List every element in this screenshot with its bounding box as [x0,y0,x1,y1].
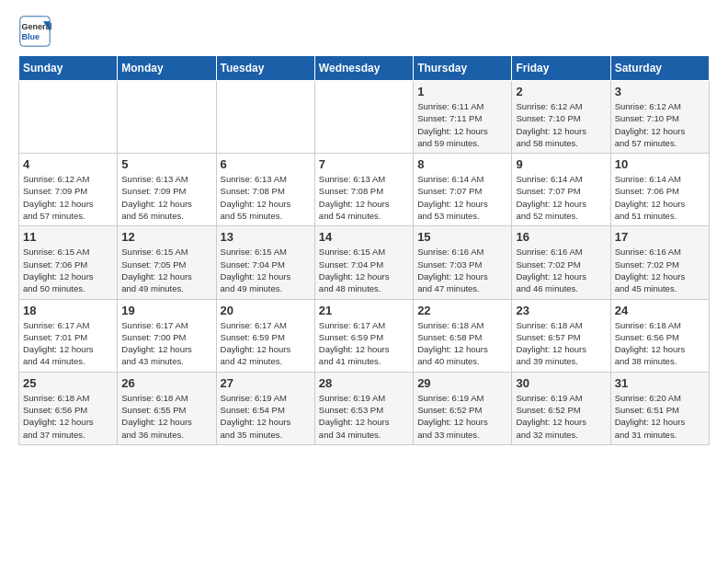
day-cell: 11Sunrise: 6:15 AM Sunset: 7:06 PM Dayli… [19,226,118,299]
day-info: Sunrise: 6:16 AM Sunset: 7:02 PM Dayligh… [516,246,606,294]
day-number: 1 [417,85,507,98]
day-number: 7 [319,157,409,171]
day-info: Sunrise: 6:12 AM Sunset: 7:10 PM Dayligh… [615,100,705,149]
day-number: 24 [615,304,705,317]
day-number: 21 [319,304,409,317]
day-cell: 30Sunrise: 6:19 AM Sunset: 6:52 PM Dayli… [512,372,610,444]
page: General Blue SundayMondayTuesdayWednesda… [0,0,728,454]
day-cell: 5Sunrise: 6:13 AM Sunset: 7:09 PM Daylig… [118,154,216,226]
day-info: Sunrise: 6:13 AM Sunset: 7:09 PM Dayligh… [121,173,211,222]
day-cell: 26Sunrise: 6:18 AM Sunset: 6:55 PM Dayli… [118,372,216,444]
day-cell: 6Sunrise: 6:13 AM Sunset: 7:08 PM Daylig… [216,154,314,226]
day-cell: 8Sunrise: 6:14 AM Sunset: 7:07 PM Daylig… [414,154,512,226]
day-info: Sunrise: 6:16 AM Sunset: 7:03 PM Dayligh… [417,246,507,294]
day-info: Sunrise: 6:17 AM Sunset: 6:59 PM Dayligh… [221,319,311,368]
day-info: Sunrise: 6:19 AM Sunset: 6:54 PM Dayligh… [221,392,311,441]
day-cell: 15Sunrise: 6:16 AM Sunset: 7:03 PM Dayli… [414,226,512,299]
header-day-tuesday: Tuesday [216,56,314,81]
day-info: Sunrise: 6:18 AM Sunset: 6:56 PM Dayligh… [23,392,113,441]
day-info: Sunrise: 6:12 AM Sunset: 7:10 PM Dayligh… [516,100,606,149]
day-cell: 18Sunrise: 6:17 AM Sunset: 7:01 PM Dayli… [19,299,118,372]
day-number: 28 [319,376,409,390]
day-info: Sunrise: 6:18 AM Sunset: 6:56 PM Dayligh… [615,319,705,368]
day-cell: 27Sunrise: 6:19 AM Sunset: 6:54 PM Dayli… [216,372,314,444]
calendar-table: SundayMondayTuesdayWednesdayThursdayFrid… [18,55,710,445]
day-number: 22 [417,304,507,317]
day-number: 17 [615,230,705,244]
header-row: SundayMondayTuesdayWednesdayThursdayFrid… [19,56,710,81]
day-info: Sunrise: 6:19 AM Sunset: 6:52 PM Dayligh… [516,392,606,441]
day-info: Sunrise: 6:12 AM Sunset: 7:09 PM Dayligh… [23,173,113,222]
day-info: Sunrise: 6:17 AM Sunset: 7:01 PM Dayligh… [23,319,113,368]
day-number: 30 [516,376,606,390]
day-info: Sunrise: 6:15 AM Sunset: 7:04 PM Dayligh… [221,246,311,294]
day-cell: 10Sunrise: 6:14 AM Sunset: 7:06 PM Dayli… [610,154,709,226]
week-row-0: 1Sunrise: 6:11 AM Sunset: 7:11 PM Daylig… [19,81,710,154]
day-number: 25 [23,376,113,390]
day-number: 26 [121,376,211,390]
day-number: 11 [23,230,113,244]
header: General Blue [18,15,710,48]
week-row-4: 25Sunrise: 6:18 AM Sunset: 6:56 PM Dayli… [19,372,710,444]
day-cell: 21Sunrise: 6:17 AM Sunset: 6:59 PM Dayli… [314,299,413,372]
day-number: 29 [417,376,507,390]
day-cell: 4Sunrise: 6:12 AM Sunset: 7:09 PM Daylig… [19,154,118,226]
day-number: 20 [221,304,311,317]
day-info: Sunrise: 6:16 AM Sunset: 7:02 PM Dayligh… [615,246,705,294]
day-cell: 3Sunrise: 6:12 AM Sunset: 7:10 PM Daylig… [610,81,709,154]
day-cell [314,81,413,154]
day-info: Sunrise: 6:15 AM Sunset: 7:06 PM Dayligh… [23,246,113,294]
day-number: 5 [121,157,211,171]
day-info: Sunrise: 6:20 AM Sunset: 6:51 PM Dayligh… [615,392,705,441]
header-day-wednesday: Wednesday [314,56,413,81]
day-number: 12 [121,230,211,244]
day-cell: 19Sunrise: 6:17 AM Sunset: 7:00 PM Dayli… [118,299,216,372]
day-number: 27 [221,376,311,390]
day-info: Sunrise: 6:13 AM Sunset: 7:08 PM Dayligh… [221,173,311,222]
day-cell [118,81,216,154]
week-row-3: 18Sunrise: 6:17 AM Sunset: 7:01 PM Dayli… [19,299,710,372]
header-day-thursday: Thursday [414,56,512,81]
day-info: Sunrise: 6:11 AM Sunset: 7:11 PM Dayligh… [417,100,507,149]
day-number: 23 [516,304,606,317]
day-cell: 22Sunrise: 6:18 AM Sunset: 6:58 PM Dayli… [414,299,512,372]
day-info: Sunrise: 6:18 AM Sunset: 6:58 PM Dayligh… [417,319,507,368]
day-info: Sunrise: 6:15 AM Sunset: 7:05 PM Dayligh… [121,246,211,294]
week-row-1: 4Sunrise: 6:12 AM Sunset: 7:09 PM Daylig… [19,154,710,226]
day-number: 9 [516,157,606,171]
day-cell: 28Sunrise: 6:19 AM Sunset: 6:53 PM Dayli… [314,372,413,444]
day-info: Sunrise: 6:19 AM Sunset: 6:53 PM Dayligh… [319,392,409,441]
day-cell: 24Sunrise: 6:18 AM Sunset: 6:56 PM Dayli… [610,299,709,372]
logo-area: General Blue [18,15,51,48]
day-cell: 25Sunrise: 6:18 AM Sunset: 6:56 PM Dayli… [19,372,118,444]
logo-icon: General Blue [18,15,51,48]
day-cell: 13Sunrise: 6:15 AM Sunset: 7:04 PM Dayli… [216,226,314,299]
week-row-2: 11Sunrise: 6:15 AM Sunset: 7:06 PM Dayli… [19,226,710,299]
day-info: Sunrise: 6:17 AM Sunset: 6:59 PM Dayligh… [319,319,409,368]
day-number: 15 [417,230,507,244]
day-info: Sunrise: 6:19 AM Sunset: 6:52 PM Dayligh… [417,392,507,441]
day-cell: 17Sunrise: 6:16 AM Sunset: 7:02 PM Dayli… [610,226,709,299]
day-info: Sunrise: 6:13 AM Sunset: 7:08 PM Dayligh… [319,173,409,222]
day-info: Sunrise: 6:17 AM Sunset: 7:00 PM Dayligh… [121,319,211,368]
header-day-saturday: Saturday [610,56,709,81]
day-number: 16 [516,230,606,244]
header-day-sunday: Sunday [19,56,118,81]
day-cell: 2Sunrise: 6:12 AM Sunset: 7:10 PM Daylig… [512,81,610,154]
day-cell: 31Sunrise: 6:20 AM Sunset: 6:51 PM Dayli… [610,372,709,444]
day-number: 19 [121,304,211,317]
day-number: 4 [23,157,113,171]
day-info: Sunrise: 6:14 AM Sunset: 7:07 PM Dayligh… [516,173,606,222]
day-cell: 9Sunrise: 6:14 AM Sunset: 7:07 PM Daylig… [512,154,610,226]
day-info: Sunrise: 6:14 AM Sunset: 7:07 PM Dayligh… [417,173,507,222]
day-cell: 1Sunrise: 6:11 AM Sunset: 7:11 PM Daylig… [414,81,512,154]
header-day-friday: Friday [512,56,610,81]
day-number: 10 [615,157,705,171]
day-number: 8 [417,157,507,171]
svg-text:Blue: Blue [22,32,40,41]
day-cell: 29Sunrise: 6:19 AM Sunset: 6:52 PM Dayli… [414,372,512,444]
day-number: 14 [319,230,409,244]
day-cell: 7Sunrise: 6:13 AM Sunset: 7:08 PM Daylig… [314,154,413,226]
day-info: Sunrise: 6:14 AM Sunset: 7:06 PM Dayligh… [615,173,705,222]
day-number: 2 [516,85,606,98]
